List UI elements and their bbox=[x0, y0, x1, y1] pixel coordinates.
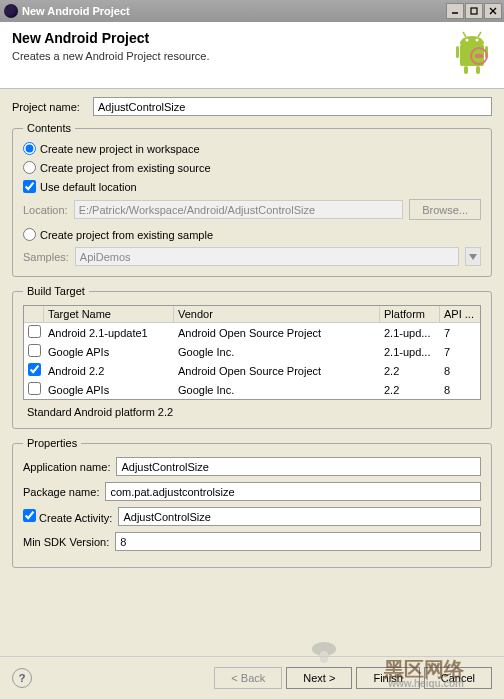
target-vendor: Google Inc. bbox=[174, 345, 380, 359]
target-vendor: Android Open Source Project bbox=[174, 326, 380, 340]
radio-existing-sample[interactable] bbox=[23, 228, 36, 241]
page-title: New Android Project bbox=[12, 30, 452, 46]
svg-rect-7 bbox=[456, 46, 459, 58]
radio-workspace-label: Create new project in workspace bbox=[40, 143, 200, 155]
target-checkbox[interactable] bbox=[28, 382, 41, 395]
svg-point-6 bbox=[476, 39, 479, 42]
package-name-label: Package name: bbox=[23, 486, 99, 498]
col-vendor[interactable]: Vendor bbox=[174, 306, 380, 322]
target-checkbox[interactable] bbox=[28, 325, 41, 338]
samples-dropdown-arrow bbox=[465, 247, 481, 266]
col-api[interactable]: API ... bbox=[440, 306, 480, 322]
target-api: 7 bbox=[440, 345, 480, 359]
target-platform: 2.1-upd... bbox=[380, 345, 440, 359]
col-target-name[interactable]: Target Name bbox=[44, 306, 174, 322]
svg-line-11 bbox=[463, 32, 466, 37]
svg-marker-15 bbox=[469, 254, 477, 260]
target-api: 8 bbox=[440, 364, 480, 378]
min-sdk-label: Min SDK Version: bbox=[23, 536, 109, 548]
samples-label: Samples: bbox=[23, 251, 69, 263]
samples-input bbox=[75, 247, 459, 266]
target-api: 7 bbox=[440, 326, 480, 340]
properties-legend: Properties bbox=[23, 437, 81, 449]
svg-rect-10 bbox=[476, 66, 480, 74]
min-sdk-input[interactable] bbox=[115, 532, 481, 551]
cancel-button[interactable]: Cancel bbox=[424, 667, 492, 689]
target-name: Android 2.2 bbox=[44, 364, 174, 378]
target-note: Standard Android platform 2.2 bbox=[23, 406, 481, 418]
svg-rect-1 bbox=[471, 8, 477, 14]
next-button[interactable]: Next > bbox=[286, 667, 352, 689]
android-icon bbox=[452, 30, 492, 78]
back-button: < Back bbox=[214, 667, 282, 689]
package-name-input[interactable] bbox=[105, 482, 481, 501]
radio-sample-label: Create project from existing sample bbox=[40, 229, 213, 241]
target-platform: 2.2 bbox=[380, 383, 440, 397]
app-name-label: Application name: bbox=[23, 461, 110, 473]
minimize-button[interactable] bbox=[446, 3, 464, 19]
location-input bbox=[74, 200, 403, 219]
create-activity-checkbox[interactable] bbox=[23, 509, 36, 522]
radio-workspace[interactable] bbox=[23, 142, 36, 155]
app-name-input[interactable] bbox=[116, 457, 481, 476]
finish-button[interactable]: Finish bbox=[356, 667, 419, 689]
svg-point-16 bbox=[312, 642, 336, 656]
use-default-location-checkbox[interactable] bbox=[23, 180, 36, 193]
properties-group: Properties Application name: Package nam… bbox=[12, 437, 492, 568]
target-vendor: Android Open Source Project bbox=[174, 364, 380, 378]
use-default-location-label: Use default location bbox=[40, 181, 137, 193]
create-activity-label: Create Activity: bbox=[39, 512, 112, 524]
eclipse-icon bbox=[4, 4, 18, 18]
svg-rect-9 bbox=[464, 66, 468, 74]
radio-existing-source[interactable] bbox=[23, 161, 36, 174]
page-subtitle: Creates a new Android Project resource. bbox=[12, 50, 452, 62]
svg-rect-14 bbox=[475, 54, 483, 58]
close-button[interactable] bbox=[484, 3, 502, 19]
project-name-input[interactable] bbox=[93, 97, 492, 116]
target-table: Target Name Vendor Platform API ... Andr… bbox=[23, 305, 481, 400]
table-row[interactable]: Google APIsGoogle Inc.2.1-upd...7 bbox=[24, 342, 480, 361]
table-row[interactable]: Android 2.2Android Open Source Project2.… bbox=[24, 361, 480, 380]
target-api: 8 bbox=[440, 383, 480, 397]
help-icon[interactable]: ? bbox=[12, 668, 32, 688]
window-title: New Android Project bbox=[22, 5, 446, 17]
table-row[interactable]: Android 2.1-update1Android Open Source P… bbox=[24, 323, 480, 342]
target-checkbox[interactable] bbox=[28, 363, 41, 376]
titlebar: New Android Project bbox=[0, 0, 504, 22]
contents-legend: Contents bbox=[23, 122, 75, 134]
project-name-label: Project name: bbox=[12, 101, 87, 113]
svg-line-12 bbox=[478, 32, 481, 37]
target-platform: 2.1-upd... bbox=[380, 326, 440, 340]
target-platform: 2.2 bbox=[380, 364, 440, 378]
radio-existing-label: Create project from existing source bbox=[40, 162, 211, 174]
svg-point-5 bbox=[466, 39, 469, 42]
browse-button: Browse... bbox=[409, 199, 481, 220]
target-checkbox[interactable] bbox=[28, 344, 41, 357]
build-target-group: Build Target Target Name Vendor Platform… bbox=[12, 285, 492, 429]
table-row[interactable]: Google APIsGoogle Inc.2.28 bbox=[24, 380, 480, 399]
target-name: Google APIs bbox=[44, 383, 174, 397]
banner: New Android Project Creates a new Androi… bbox=[0, 22, 504, 89]
target-name: Android 2.1-update1 bbox=[44, 326, 174, 340]
target-name: Google APIs bbox=[44, 345, 174, 359]
build-target-legend: Build Target bbox=[23, 285, 89, 297]
button-bar: ? < Back Next > Finish Cancel bbox=[0, 656, 504, 699]
create-activity-input[interactable] bbox=[118, 507, 481, 526]
col-platform[interactable]: Platform bbox=[380, 306, 440, 322]
contents-group: Contents Create new project in workspace… bbox=[12, 122, 492, 277]
location-label: Location: bbox=[23, 204, 68, 216]
target-vendor: Google Inc. bbox=[174, 383, 380, 397]
maximize-button[interactable] bbox=[465, 3, 483, 19]
